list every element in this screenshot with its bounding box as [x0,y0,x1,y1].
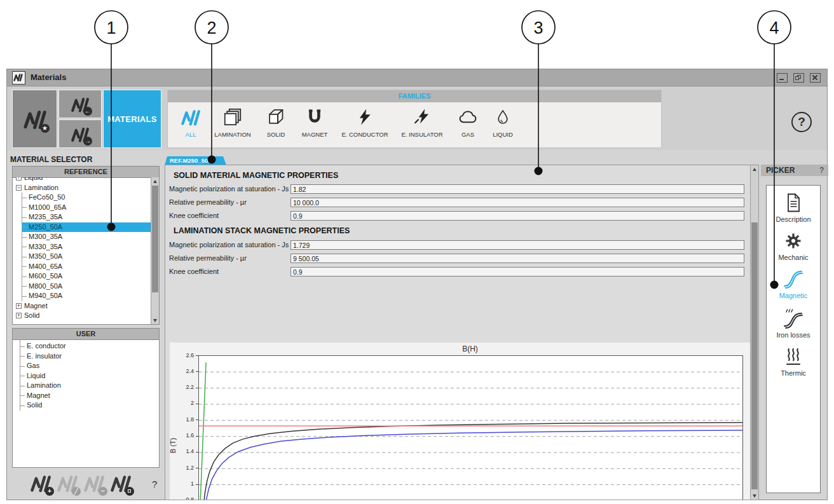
tree-item-m250-50a-selected[interactable]: M250_50A [22,222,151,233]
tree-item-m1000-65a[interactable]: M1000_65A [22,203,151,213]
properties-scrollbar[interactable] [750,165,758,500]
user-item-e-conductor[interactable]: E. conductor [20,341,159,351]
mur-solid-input[interactable] [291,198,744,207]
family-item-all[interactable]: ALL [174,106,207,138]
material-selector-title: MATERIAL SELECTOR [10,155,92,164]
picker-list: Description Mechanic Magnetic Iron losse… [766,185,821,493]
tree-item-solid[interactable]: +Solid [16,311,151,321]
user-item-lamination[interactable]: Lamination [20,381,159,391]
property-row: Relative permeability - µr [165,198,758,208]
family-item-gas[interactable]: GAS [450,106,486,138]
property-row: Knee coefficient [165,267,758,277]
property-label: Magnetic polarization at saturation - Js… [169,241,299,249]
picker-item-thermic[interactable]: Thermic [767,346,820,377]
picker-item-magnetic[interactable]: Magnetic [767,269,820,299]
y-tick-label: 2 [170,400,194,406]
expander-plus-icon[interactable]: + [16,313,22,318]
tree-item-m400-65a[interactable]: M400_65A [22,262,151,272]
reference-tree: +Liquid −Lamination FeCo50_50 M1000_65A … [13,177,151,324]
picker-item-iron-losses[interactable]: Iron losses [767,308,820,339]
tree-item-m940-50a[interactable]: M940_50A [22,291,151,301]
scroll-down-icon[interactable] [751,492,758,500]
chart-title: B(H) [198,344,742,353]
family-item-solid[interactable]: SOLID [258,106,294,138]
window-title: Materials [31,69,66,86]
family-item-magnet[interactable]: MAGNET [294,106,336,138]
y-tick-label: 2.2 [170,384,194,390]
expander-plus-icon[interactable]: + [16,303,22,309]
picker-item-mechanic[interactable]: Mechanic [767,231,820,261]
scroll-up-icon[interactable] [151,177,159,185]
callout-4-number: 4 [769,18,779,37]
user-item-solid[interactable]: Solid [20,400,159,411]
tree-item-m300-35a[interactable]: M300_35A [22,232,151,242]
tree-item-m600-50a[interactable]: M600_50A [22,271,151,282]
user-item-e-insulator[interactable]: E. insulator [20,351,159,362]
tree-item-magnet[interactable]: +Magnet [16,301,151,311]
bh-plot [198,355,743,500]
property-label: Relative permeability - µr [169,198,247,206]
picker-help-button[interactable]: ? [819,165,824,176]
close-button[interactable] [810,73,821,83]
material-export-icon: → [71,125,90,144]
bh-plot-svg [199,356,742,500]
tree-item-m235-35a[interactable]: M235_35A [22,212,151,222]
knee-solid-input[interactable] [291,211,744,221]
arrow-right-badge-icon: → [83,137,92,146]
arrow-left-badge-icon: ← [83,107,92,116]
star-badge-icon: ★ [41,124,50,133]
user-panel: USER E. conductor E. insulator Gas Liqui… [12,328,160,468]
add-material-button[interactable]: + [30,472,54,496]
reference-scrollbar[interactable] [151,177,159,324]
remove-material-button-disabled: − [83,472,107,496]
minimize-button[interactable] [777,73,788,83]
property-label: Magnetic polarization at saturation - Js… [169,185,299,193]
js-solid-input[interactable] [291,184,744,194]
callout-3-number: 3 [533,18,543,37]
expander-plus-icon[interactable]: + [16,177,22,180]
mur-stack-input[interactable] [291,254,744,263]
tree-item-feco50-50[interactable]: FeCo50_50 [22,193,151,203]
property-label: Knee coefficient [169,268,219,275]
scroll-up-icon[interactable] [751,165,758,173]
y-tick-label: 0.8 [170,496,194,500]
lightning-bolt-insulator-icon [414,106,430,128]
property-row: Magnetic polarization at saturation - Js… [165,240,758,250]
selector-help-button[interactable]: ? [152,479,157,489]
tree-item-m800-50a[interactable]: M800_50A [22,282,151,292]
lightning-bolt-icon [357,106,373,128]
user-item-liquid[interactable]: Liquid [20,371,159,381]
tree-item-lamination[interactable]: −Lamination [16,183,151,193]
tab-ref-m250-50a[interactable]: REF.M250_50A [165,156,226,165]
user-item-gas[interactable]: Gas [20,361,159,371]
knee-stack-input[interactable] [291,267,744,276]
family-item-e-conductor[interactable]: E. CONDUCTOR [336,106,394,138]
scrollbar-thumb[interactable] [751,222,758,489]
y-tick-label: 2.4 [170,368,194,374]
property-row: Magnetic polarization at saturation - Js… [165,184,758,194]
family-item-lamination[interactable]: LAMINATION [207,106,258,138]
duplicate-material-button[interactable] [110,472,134,496]
help-button[interactable]: ? [791,112,812,132]
picker-item-description[interactable]: Description [767,193,820,223]
plus-badge-icon: + [45,487,54,496]
restore-button[interactable] [793,73,804,83]
materials-tab-button[interactable]: MATERIALS [103,90,161,148]
picker-header: PICKER ? [761,165,828,176]
copy-badge-icon [125,487,134,496]
user-item-magnet[interactable]: Magnet [20,391,159,401]
scroll-down-icon[interactable] [151,317,159,324]
family-item-e-insulator[interactable]: E. INSULATOR [394,106,450,138]
scrollbar-thumb[interactable] [152,186,158,292]
js-stack-input[interactable] [291,240,744,250]
tree-item-m330-35a[interactable]: M330_35A [22,242,151,252]
family-item-liquid[interactable]: LIQUID [486,106,520,138]
material-import-button[interactable]: ← [58,90,102,118]
material-manager-button[interactable]: ★ [12,90,57,148]
expander-minus-icon[interactable]: − [16,185,22,191]
tree-item-m350-50a[interactable]: M350_50A [22,252,151,262]
material-star-icon: ★ [23,107,47,131]
reference-header: REFERENCE [13,167,159,178]
material-export-button[interactable]: → [58,119,102,148]
tree-item-liquid[interactable]: +Liquid [16,177,151,183]
